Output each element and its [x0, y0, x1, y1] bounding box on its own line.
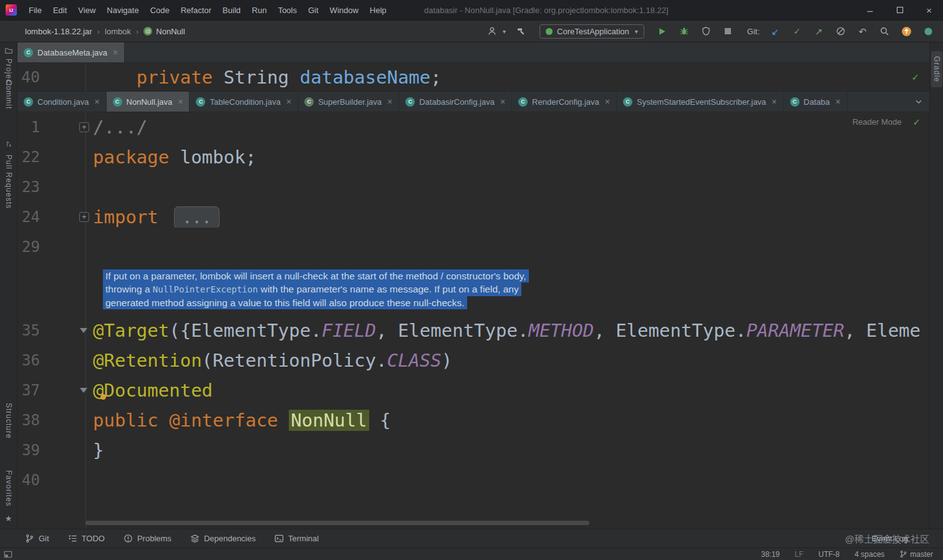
tool-window-button-dependencies[interactable]: Dependencies [190, 534, 256, 543]
menu-item-git[interactable]: Git [302, 0, 324, 20]
line-number[interactable]: 40 [17, 471, 40, 489]
line-number[interactable]: 37 [17, 382, 40, 399]
close-button[interactable]: × [926, 6, 932, 15]
fold-expand-icon[interactable]: + [79, 212, 89, 222]
vcs-push-icon[interactable]: ↗ [813, 24, 825, 38]
tab-close-icon[interactable]: × [605, 97, 610, 107]
line-number[interactable]: 36 [17, 352, 40, 369]
code-line[interactable]: 39} [17, 435, 929, 465]
minimize-button[interactable] [866, 6, 874, 14]
editor-tab[interactable]: CTableCondition.java× [190, 92, 298, 112]
javadoc-line[interactable]: generated method assigning a value to th… [103, 296, 467, 309]
horizontal-scrollbar[interactable] [85, 521, 589, 525]
editor-tab[interactable]: CSuperBuilder.java× [298, 92, 399, 112]
tab-close-icon[interactable]: × [286, 97, 291, 107]
reader-mode-label[interactable]: Reader Mode [853, 117, 902, 127]
favorites-star-icon[interactable]: ★ [5, 514, 12, 523]
javadoc-line[interactable]: throwing a NullPointerException with the… [103, 282, 521, 296]
line-number[interactable]: 35 [17, 322, 40, 339]
menu-item-tools[interactable]: Tools [273, 0, 302, 20]
menu-item-window[interactable]: Window [324, 0, 364, 20]
tab-close-icon[interactable]: × [771, 97, 776, 107]
code-line[interactable]: 40 private String databaseName; [17, 63, 929, 92]
tab-close-icon[interactable]: × [113, 47, 118, 57]
indent-setting[interactable]: 4 spaces [854, 550, 884, 559]
tab-close-icon[interactable]: × [387, 97, 392, 107]
editor-tab[interactable]: CSystemStartedEventSubscriber.java× [617, 92, 784, 112]
breadcrumb-item[interactable]: NonNull [156, 27, 185, 36]
line-number[interactable]: 24 [17, 208, 40, 226]
breadcrumb-item[interactable]: lombok-1.18.22.jar [25, 27, 92, 36]
tab-close-icon[interactable]: × [94, 97, 99, 107]
hidden-tabs-chevron-icon[interactable] [908, 92, 929, 112]
tool-window-button-terminal[interactable]: Terminal [274, 534, 319, 543]
line-ending[interactable]: LF [795, 550, 803, 559]
inspections-ok-icon[interactable]: ✓ [912, 117, 921, 127]
editor-tab[interactable]: CDatabasirConfig.java× [399, 92, 512, 112]
update-notification-icon[interactable] [900, 24, 912, 38]
line-number[interactable]: 1 [17, 118, 40, 136]
tool-window-button-structure[interactable]: Structure [4, 403, 13, 439]
search-everywhere-icon[interactable] [878, 24, 891, 38]
top-editor-pane[interactable]: 40 private String databaseName; ✓ [17, 63, 929, 92]
code-line[interactable]: 38public @interface NonNull { [17, 405, 929, 435]
menu-item-file[interactable]: File [23, 0, 47, 20]
caret-position[interactable]: 38:19 [761, 550, 780, 559]
menu-item-run[interactable]: Run [246, 0, 273, 20]
vcs-update-icon[interactable]: ↙ [769, 24, 781, 38]
line-number[interactable]: 29 [17, 238, 40, 256]
build-hammer-icon[interactable] [515, 24, 528, 38]
editor-tab[interactable]: C DatabaseMeta.java × [17, 42, 125, 62]
run-icon[interactable] [656, 24, 669, 38]
javadoc-line[interactable]: If put on a parameter, lombok will inser… [103, 269, 529, 282]
breadcrumb-item[interactable]: lombok [105, 27, 131, 36]
menu-item-refactor[interactable]: Refactor [175, 0, 217, 20]
menu-item-view[interactable]: View [72, 0, 101, 20]
editor-tab[interactable]: CRenderConfig.java× [512, 92, 617, 112]
line-number[interactable]: 22 [17, 148, 40, 166]
tool-window-button-git[interactable]: Git [25, 534, 49, 543]
code-line[interactable]: 36@Retention(RetentionPolicy.CLASS) [17, 345, 929, 375]
code-line[interactable]: 23 [17, 172, 929, 202]
tool-window-button-problems[interactable]: Problems [123, 534, 172, 543]
line-number[interactable]: 40 [17, 68, 40, 86]
line-number[interactable]: 39 [17, 442, 40, 459]
tool-window-button-favorites[interactable]: Favorites [4, 470, 13, 506]
vcs-rollback-icon[interactable]: ↶ [856, 24, 869, 38]
line-number[interactable]: 23 [17, 178, 40, 196]
tool-window-button-gradle[interactable]: Gradle [931, 51, 942, 87]
tab-close-icon[interactable]: × [178, 97, 183, 107]
fold-collapse-icon[interactable] [80, 388, 87, 393]
vcs-history-icon[interactable] [834, 24, 847, 38]
git-branch-widget[interactable]: master [899, 550, 933, 559]
plugin-icon[interactable] [922, 24, 934, 38]
stop-icon[interactable] [722, 24, 734, 38]
vcs-commit-icon[interactable]: ✓ [791, 24, 803, 38]
menu-item-code[interactable]: Code [145, 0, 175, 20]
debug-icon[interactable] [678, 24, 690, 38]
tab-close-icon[interactable]: × [500, 97, 505, 107]
tab-close-icon[interactable]: × [835, 97, 840, 107]
event-log-button[interactable]: Event Log [871, 534, 908, 543]
user-dropdown-caret-icon[interactable]: ▾ [503, 28, 506, 35]
coverage-icon[interactable] [700, 24, 712, 38]
user-icon[interactable] [486, 24, 498, 38]
editor-tab[interactable]: CNonNull.java× [107, 92, 190, 112]
menu-item-navigate[interactable]: Navigate [101, 0, 144, 20]
code-line[interactable]: 1+/.../ [17, 112, 929, 142]
inspections-ok-icon[interactable]: ✓ [911, 72, 919, 82]
editor-tab[interactable]: CDataba× [784, 92, 848, 112]
tool-window-button-pull-requests[interactable]: Pull Requests [4, 155, 13, 209]
fold-expand-icon[interactable]: + [79, 122, 89, 132]
file-encoding[interactable]: UTF-8 [818, 550, 839, 559]
fold-collapse-icon[interactable] [80, 328, 87, 333]
menu-item-edit[interactable]: Edit [47, 0, 72, 20]
main-editor-pane[interactable]: Reader Mode ✓ 1+/.../22package lombok;23… [17, 112, 929, 529]
code-line[interactable]: 35@Target({ElementType.FIELD, ElementTyp… [17, 316, 929, 345]
code-line[interactable]: 37@Documented [17, 375, 929, 405]
menu-item-build[interactable]: Build [217, 0, 246, 20]
tool-window-button-commit[interactable]: Commit [4, 80, 13, 109]
line-number[interactable]: 38 [17, 412, 40, 429]
pull-request-icon[interactable] [5, 140, 12, 151]
code-line[interactable]: 29 [17, 232, 929, 262]
